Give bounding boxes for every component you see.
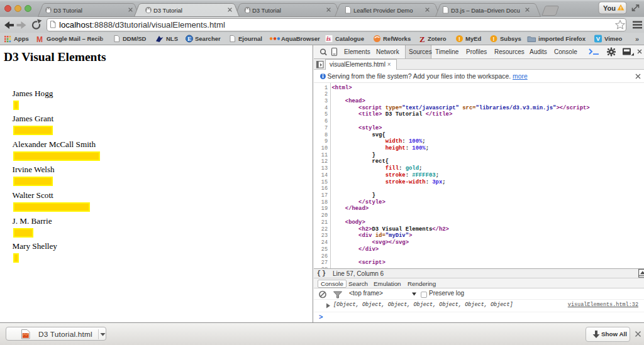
svg-text:M: M [36, 35, 43, 44]
svg-text:D3 Tutorial: D3 Tutorial [252, 7, 281, 14]
svg-text:Z: Z [419, 35, 425, 44]
svg-text:Leaflet Provider Demo: Leaflet Provider Demo [353, 7, 413, 14]
svg-text:D3 Tutorial: D3 Tutorial [153, 7, 182, 14]
svg-text:»: » [635, 35, 639, 43]
svg-text:E: E [187, 36, 191, 42]
svg-text:D3 Tutorial: D3 Tutorial [53, 7, 82, 14]
svg-text:You: You [603, 4, 616, 12]
svg-text:!: ! [458, 36, 460, 42]
svg-text:D3.js – Data–Driven Docu: D3.js – Data–Driven Docu [451, 7, 520, 14]
svg-text:is: is [326, 35, 331, 42]
svg-text:!: ! [493, 36, 495, 42]
svg-text:localhost:8888/d3tutorial/visu: localhost:8888/d3tutorial/visualElements… [59, 20, 225, 30]
svg-text:V: V [596, 35, 601, 42]
